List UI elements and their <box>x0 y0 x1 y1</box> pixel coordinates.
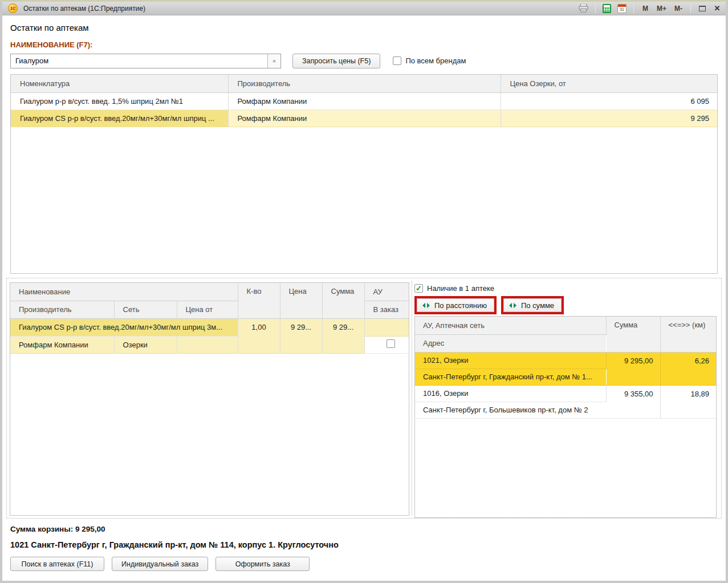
sort-by-sum-button[interactable]: По сумме <box>503 298 562 312</box>
left-right-arrows-icon <box>422 303 430 308</box>
col-in-order[interactable]: В заказ <box>364 301 409 318</box>
col-manufacturer[interactable]: Производитель <box>228 75 501 92</box>
pharmacies-panel: ✓ Наличие в 1 аптеке По расстоянию По су… <box>414 281 719 515</box>
cart-table: Наименование К-во Цена Сумма АУ Производ… <box>10 282 409 516</box>
memory-plus-button[interactable]: M+ <box>655 3 668 14</box>
checkmark-icon: ✓ <box>416 285 422 292</box>
checkbox-unchecked-icon[interactable] <box>393 56 401 65</box>
red-highlight-box: По расстоянию <box>414 296 497 314</box>
selected-pharmacy-address: 1021 Санкт-Петербург г, Гражданский пр-к… <box>10 540 718 549</box>
window-title: Остатки по аптекам (1С:Предприятие) <box>23 5 145 13</box>
close-button[interactable]: ✕ <box>712 3 722 14</box>
1c-logo-text: 1С <box>10 6 15 10</box>
print-icon[interactable] <box>579 3 589 14</box>
col-nomenclature[interactable]: Номенклатура <box>11 75 228 92</box>
col-sum[interactable]: Сумма <box>606 317 660 352</box>
name-filter-label: НАИМЕНОВАНИЕ (F7): <box>10 41 718 49</box>
col-distance[interactable]: <<=>> (км) <box>660 317 716 352</box>
maximize-button[interactable] <box>697 3 707 14</box>
col-manufacturer[interactable]: Производитель <box>10 301 114 318</box>
sort-buttons-row: По расстоянию По сумме <box>414 296 717 314</box>
memory-minus-button[interactable]: M- <box>673 3 684 14</box>
name-search-input[interactable] <box>11 54 267 68</box>
titlebar-separator <box>690 4 691 13</box>
cart-item-row-name[interactable]: Гиалуром CS р-р в/суст. введ.20мг/мл+30м… <box>10 318 409 336</box>
sort-by-distance-label: По расстоянию <box>434 301 487 310</box>
calculator-icon[interactable] <box>602 3 612 14</box>
pharmacy-au[interactable]: 1021, Озерки <box>415 352 606 369</box>
left-right-arrows-icon <box>509 303 516 308</box>
pharmacy-row[interactable]: 1016, Озерки 9 355,00 18,89 <box>415 385 716 402</box>
pharmacies-table: АУ, Аптечная сеть Сумма <<=>> (км) Адрес… <box>414 316 717 518</box>
product-row[interactable]: Гиалуром р-р в/суст. введ. 1,5% шприц 2м… <box>11 92 717 110</box>
cart-item-net[interactable]: Озерки <box>114 336 177 353</box>
product-price[interactable]: 9 295 <box>501 110 717 127</box>
request-prices-button[interactable]: Запросить цены (F5) <box>292 54 380 68</box>
app-window: 1С Остатки по аптекам (1С:Предприятие) 3… <box>0 0 728 583</box>
search-row: × Запросить цены (F5) По всем брендам <box>10 53 718 68</box>
col-address[interactable]: Адрес <box>415 334 606 352</box>
pharmacy-row-selected[interactable]: 1021, Озерки 9 295,00 6,26 <box>415 352 716 369</box>
all-brands-label: По всем брендам <box>405 56 466 65</box>
cart-sum-label: Сумма корзины: <box>10 525 73 533</box>
availability-label: Наличие в 1 аптеке <box>427 284 494 293</box>
col-price[interactable]: Цена <box>280 283 322 318</box>
pharmacy-sum[interactable]: 9 355,00 <box>606 385 660 418</box>
cart-item-name[interactable]: Гиалуром CS р-р в/суст. введ.20мг/мл+30м… <box>10 318 238 336</box>
pharmacy-sum[interactable]: 9 295,00 <box>606 352 660 385</box>
cart-item-sum[interactable]: 9 29... <box>322 318 364 353</box>
col-price-ozerki[interactable]: Цена Озерки, от <box>501 75 717 92</box>
col-price-from[interactable]: Цена от <box>177 301 238 318</box>
in-order-cell <box>364 336 409 353</box>
pharm-header-row-1: АУ, Аптечная сеть Сумма <<=>> (км) <box>415 317 716 334</box>
titlebar: 1С Остатки по аптекам (1С:Предприятие) 3… <box>2 2 726 15</box>
pharmacy-address[interactable]: Санкт-Петербург г, Большевиков пр-кт, до… <box>415 402 606 418</box>
cart-item-au[interactable] <box>364 318 409 336</box>
footer-buttons: Поиск в аптеках (F11) Индивидуальный зак… <box>10 557 718 571</box>
col-sum[interactable]: Сумма <box>322 283 364 318</box>
product-price[interactable]: 6 095 <box>501 92 717 110</box>
product-manufacturer[interactable]: Ромфарм Компании <box>228 110 501 127</box>
titlebar-separator <box>595 4 596 13</box>
place-order-button[interactable]: Оформить заказ <box>215 557 310 571</box>
cart-panel: Наименование К-во Цена Сумма АУ Производ… <box>10 281 409 515</box>
pharmacy-km[interactable]: 18,89 <box>660 385 716 418</box>
calendar-icon[interactable]: 31 <box>617 3 627 14</box>
cart-item-manufacturer[interactable]: Ромфарм Компании <box>10 336 114 353</box>
checkbox-checked-icon[interactable]: ✓ <box>414 284 423 293</box>
cart-item-qty[interactable]: 1,00 <box>238 318 280 353</box>
cart-item-price-from[interactable] <box>177 336 238 353</box>
in-order-checkbox[interactable] <box>387 339 395 348</box>
col-au[interactable]: АУ <box>364 283 409 301</box>
pharmacy-address[interactable]: Санкт-Петербург г, Гражданский пр-кт, до… <box>415 369 606 385</box>
pharmacy-au[interactable]: 1016, Озерки <box>415 385 606 402</box>
search-in-pharmacies-button[interactable]: Поиск в аптеках (F11) <box>10 557 104 571</box>
sort-by-distance-button[interactable]: По расстоянию <box>417 298 494 312</box>
titlebar-actions: 31 M M+ M- ✕ <box>579 3 722 14</box>
clear-input-button[interactable]: × <box>267 54 280 68</box>
search-input-wrap: × <box>10 54 281 68</box>
cart-header-row-1: Наименование К-во Цена Сумма АУ <box>10 283 409 301</box>
page-title: Остатки по аптекам <box>10 23 718 33</box>
product-name[interactable]: Гиалуром р-р в/суст. введ. 1,5% шприц 2м… <box>11 92 228 110</box>
products-header-row: Номенклатура Производитель Цена Озерки, … <box>11 75 717 92</box>
col-net[interactable]: Сеть <box>114 301 177 318</box>
cart-item-price[interactable]: 9 29... <box>280 318 322 353</box>
memory-recall-button[interactable]: M <box>640 3 650 14</box>
lower-section: Наименование К-во Цена Сумма АУ Производ… <box>6 278 722 519</box>
col-name[interactable]: Наименование <box>10 283 238 301</box>
product-row-selected[interactable]: Гиалуром CS р-р в/суст. введ.20мг/мл+30м… <box>11 110 717 127</box>
col-qty[interactable]: К-во <box>238 283 280 318</box>
panel-divider[interactable] <box>412 281 412 515</box>
individual-order-button[interactable]: Индивидуальный заказ <box>112 557 208 571</box>
col-au-net[interactable]: АУ, Аптечная сеть <box>415 317 606 334</box>
product-manufacturer[interactable]: Ромфарм Компании <box>228 92 501 110</box>
cart-sum-value: 9 295,00 <box>75 525 105 533</box>
all-brands-checkbox[interactable]: По всем брендам <box>393 56 466 65</box>
availability-checkbox[interactable]: ✓ Наличие в 1 аптеке <box>414 282 717 294</box>
pharmacy-km[interactable]: 6,26 <box>660 352 716 385</box>
cart-sum-line: Сумма корзины: 9 295,00 <box>10 525 718 533</box>
1c-logo-icon: 1С <box>8 3 18 13</box>
products-table: Номенклатура Производитель Цена Озерки, … <box>10 74 718 274</box>
product-name[interactable]: Гиалуром CS р-р в/суст. введ.20мг/мл+30м… <box>11 110 228 127</box>
